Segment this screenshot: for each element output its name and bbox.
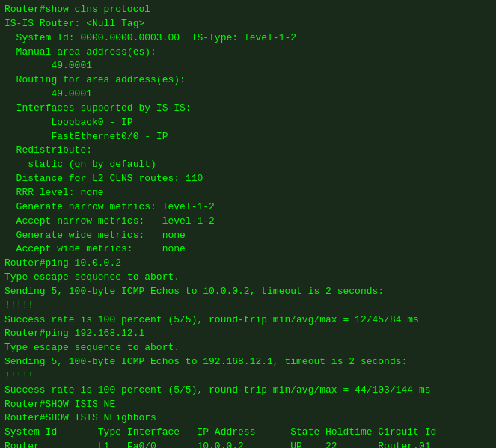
terminal-line: Success rate is 100 percent (5/5), round… — [4, 313, 492, 328]
terminal-line: Distance for L2 CLNS routes: 110 — [4, 172, 492, 186]
terminal-line: Accept wide metrics: none — [4, 242, 492, 257]
terminal-line: Generate wide metrics: none — [4, 229, 492, 243]
terminal-window[interactable]: Router#show clns protocolIS-IS Router: <… — [0, 0, 496, 448]
terminal-line: Router#SHOW ISIS NE — [4, 398, 492, 412]
terminal-line: Interfaces supported by IS-IS: — [4, 102, 492, 116]
terminal-line: IS-IS Router: <Null Tag> — [4, 17, 492, 31]
terminal-line: Sending 5, 100-byte ICMP Echos to 192.16… — [4, 355, 492, 369]
terminal-line: !!!!! — [4, 369, 492, 384]
terminal-line: Success rate is 100 percent (5/5), round… — [4, 384, 492, 398]
terminal-line: Generate narrow metrics: level-1-2 — [4, 200, 492, 215]
terminal-line: 49.0001 — [4, 59, 492, 73]
terminal-line: System Id Type Interface IP Address Stat… — [4, 426, 492, 440]
terminal-line: Loopback0 - IP — [4, 116, 492, 130]
terminal-line: 49.0001 — [4, 88, 492, 102]
terminal-line: Router#SHOW ISIS NEighbors — [4, 411, 492, 426]
terminal-line: Router#ping 192.168.12.1 — [4, 327, 492, 341]
terminal-line: Router#show clns protocol — [4, 3, 492, 17]
terminal-line: Type escape sequence to abort. — [4, 271, 492, 285]
terminal-line: Manual area address(es): — [4, 46, 492, 60]
terminal-line: static (on by default) — [4, 158, 492, 172]
terminal-line: !!!!! — [4, 299, 492, 313]
terminal-line: Redistribute: — [4, 144, 492, 158]
terminal-line: Sending 5, 100-byte ICMP Echos to 10.0.0… — [4, 285, 492, 299]
terminal-line: System Id: 0000.0000.0003.00 IS-Type: le… — [4, 31, 492, 46]
terminal-line: Type escape sequence to abort. — [4, 341, 492, 355]
terminal-line: Accept narrow metrics: level-1-2 — [4, 215, 492, 229]
terminal-line: RRR level: none — [4, 186, 492, 200]
terminal-line: Router L1 Fa0/0 10.0.0.2 UP 22 Router.01 — [4, 440, 492, 448]
terminal-line: Routing for area address(es): — [4, 73, 492, 88]
terminal-line: Router#ping 10.0.0.2 — [4, 257, 492, 271]
terminal-line: FastEthernet0/0 - IP — [4, 130, 492, 144]
